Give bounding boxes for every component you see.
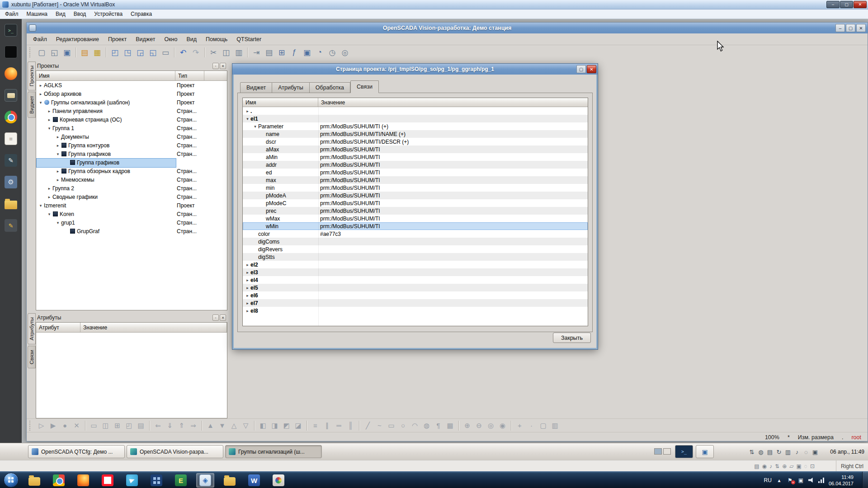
- os-menu-item-5[interactable]: Вид: [182, 33, 201, 45]
- link-row[interactable]: pModeCprm:/ModBus/SUHUM/TI: [243, 199, 588, 207]
- tree-row[interactable]: ▾Группы сигнализаций (шаблон)Проект: [36, 98, 227, 107]
- tree-row[interactable]: ▾KorenСтран...: [36, 210, 227, 218]
- globe-icon[interactable]: ◍: [757, 449, 764, 455]
- opera-icon[interactable]: [99, 473, 117, 488]
- usb-icon[interactable]: ⊕: [782, 463, 787, 469]
- side-tab-projects[interactable]: Проекты: [28, 61, 36, 90]
- openscada-titlebar[interactable]: OpenSCADA Vision-разработка: Демо станци…: [27, 23, 868, 33]
- vbox-menu-item-5[interactable]: Справка: [127, 9, 156, 19]
- terminal-launcher-icon[interactable]: >_: [675, 445, 693, 458]
- vbox-menu-item-1[interactable]: Машина: [23, 9, 52, 19]
- mouse-integration-icon[interactable]: ⊡: [810, 463, 815, 469]
- screen-icon[interactable]: ▣: [301, 47, 313, 58]
- dialog-tab-0[interactable]: Виджет: [240, 82, 272, 93]
- os-menu-item-6[interactable]: Помощь: [201, 33, 232, 45]
- maximize-icon[interactable]: [576, 65, 586, 73]
- volume-icon[interactable]: ♪: [793, 449, 801, 455]
- expander-icon[interactable]: ▸: [245, 293, 250, 298]
- minimize-icon[interactable]: [826, 1, 840, 8]
- workspace-2[interactable]: [663, 448, 671, 455]
- column-header-type[interactable]: Тип: [175, 71, 204, 80]
- taskbar-button-0[interactable]: OpenSCADA QTCfg: Демо ...: [28, 445, 125, 458]
- expander-icon[interactable]: ▸: [38, 83, 44, 88]
- minimize-icon[interactable]: [835, 24, 845, 32]
- delete-widget-icon[interactable]: ▭: [160, 47, 171, 58]
- tree-row[interactable]: Группа графиковСтран...: [36, 158, 227, 167]
- folder-icon[interactable]: [221, 473, 239, 488]
- panel-float-icon[interactable]: [212, 314, 219, 321]
- print-icon[interactable]: ▤: [263, 47, 275, 58]
- dialog-tab-1[interactable]: Атрибуты: [272, 82, 310, 93]
- attach-icon[interactable]: ⊞: [276, 47, 288, 58]
- dialog-titlebar[interactable]: Страница проекта: /prj_tmplSO/pg_so/pg_1…: [232, 64, 598, 75]
- expander-icon[interactable]: ▾: [55, 152, 61, 156]
- updates-icon[interactable]: ↻: [775, 449, 783, 455]
- dialog-tab-2[interactable]: Обработка: [310, 82, 350, 93]
- expander-icon[interactable]: ▾: [245, 117, 250, 121]
- panel-close-icon[interactable]: [220, 314, 226, 321]
- toolbar-handle[interactable]: [29, 421, 33, 431]
- maximize-icon[interactable]: [846, 24, 855, 32]
- link-row[interactable]: nameprm:/ModBus/SUHUM/TI/NAME (+): [243, 130, 588, 138]
- link-row[interactable]: ▸el5: [243, 284, 588, 291]
- vbox-menu-item-0[interactable]: Файл: [1, 9, 23, 19]
- chart-icon[interactable]: ◔: [314, 47, 326, 58]
- firefox-icon[interactable]: [74, 473, 92, 488]
- zoom-icon[interactable]: ◎: [339, 47, 351, 58]
- link-row[interactable]: aMaxprm:/ModBus/SUHUM/TI: [243, 145, 588, 153]
- audio-icon[interactable]: ♪: [769, 463, 772, 469]
- side-tab-widget[interactable]: Виджет: [28, 92, 36, 118]
- expander-icon[interactable]: ▾: [38, 100, 44, 105]
- network-icon[interactable]: [818, 478, 825, 483]
- link-row[interactable]: ▾Parameterprm:/ModBus/SUHUM/TI (+): [243, 122, 588, 130]
- tree-row[interactable]: ▸Группа обзорных кадровСтран...: [36, 167, 227, 175]
- volume-icon[interactable]: [808, 477, 814, 483]
- link-row[interactable]: ▸el4: [243, 276, 588, 284]
- link-row[interactable]: digRevers: [243, 245, 588, 253]
- link-row[interactable]: wMaxprm:/ModBus/SUHUM/TI: [243, 215, 588, 222]
- text-editor-icon[interactable]: ✎: [3, 153, 19, 168]
- link-row[interactable]: minprm:/ModBus/SUHUM/TI: [243, 184, 588, 192]
- function-icon[interactable]: ƒ: [288, 47, 300, 58]
- os-menu-item-7[interactable]: QTStarter: [232, 33, 266, 45]
- taskbar-button-1[interactable]: OpenSCADA Vision-разра...: [127, 445, 223, 458]
- column-header-value[interactable]: Значение: [318, 98, 588, 107]
- show-desktop-button[interactable]: [862, 472, 868, 488]
- expander-icon[interactable]: ▾: [46, 212, 52, 216]
- explorer-icon[interactable]: [25, 473, 43, 488]
- xfce-clock[interactable]: 06 апр., 11:49: [830, 443, 864, 460]
- column-header-name[interactable]: Имя: [243, 98, 318, 107]
- link-row[interactable]: color#ae77c3: [243, 230, 588, 238]
- add-link-icon[interactable]: ◱: [147, 47, 159, 58]
- firefox-icon[interactable]: [3, 66, 19, 81]
- link-row[interactable]: wMinprm:/ModBus/SUHUM/TI: [243, 222, 588, 230]
- vbox-menu-item-2[interactable]: Вид: [52, 9, 70, 19]
- devapp-icon[interactable]: [147, 473, 165, 488]
- telegram-icon[interactable]: [123, 473, 141, 488]
- expander-icon[interactable]: ▾: [38, 203, 44, 208]
- maximize-icon[interactable]: [840, 1, 853, 8]
- tree-row[interactable]: ▾Группа графиковСтран...: [36, 150, 227, 158]
- link-row[interactable]: ▸el2: [243, 261, 588, 268]
- close-icon[interactable]: [854, 1, 867, 8]
- link-row[interactable]: addrprm:/ModBus/SUHUM/TI: [243, 161, 588, 169]
- tree-row[interactable]: ▸ДокументыСтран...: [36, 132, 227, 141]
- link-row[interactable]: ▸el7: [243, 299, 588, 307]
- link-row[interactable]: digStts: [243, 253, 588, 261]
- redo-icon[interactable]: ↷: [190, 47, 202, 58]
- add-page-icon[interactable]: ◲: [134, 47, 146, 58]
- folder-icon[interactable]: [3, 196, 19, 211]
- file-manager-icon[interactable]: [3, 88, 19, 103]
- cut-icon[interactable]: ✂: [208, 47, 219, 58]
- ethercad-icon[interactable]: E: [172, 473, 190, 488]
- tree-row[interactable]: ▸Группа 2Стран...: [36, 184, 227, 192]
- link-row[interactable]: dscrprm:/ModBus/SUHUM/TI/DESCR (+): [243, 138, 588, 145]
- add-container-icon[interactable]: ◳: [122, 47, 133, 58]
- workspace-1[interactable]: [654, 448, 662, 455]
- expander-icon[interactable]: ▸: [46, 109, 52, 113]
- draw-icon[interactable]: ✎: [3, 218, 19, 233]
- tray-expand-icon[interactable]: ▴: [776, 477, 783, 483]
- tree-row[interactable]: ▾Группа 1Стран...: [36, 124, 227, 132]
- expander-icon[interactable]: ▸: [55, 143, 61, 148]
- column-header-value[interactable]: Значение: [80, 323, 227, 332]
